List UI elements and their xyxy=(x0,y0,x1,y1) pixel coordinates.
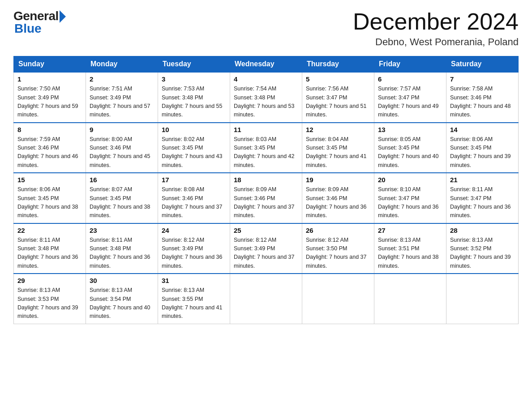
day-number: 7 xyxy=(450,75,515,83)
calendar-day-15: 15 Sunrise: 8:06 AMSunset: 3:45 PMDaylig… xyxy=(14,173,86,223)
day-header-wednesday: Wednesday xyxy=(230,56,302,73)
day-info: Sunrise: 7:50 AMSunset: 3:49 PMDaylight:… xyxy=(17,85,82,120)
day-number: 6 xyxy=(378,75,442,83)
calendar-day-18: 18 Sunrise: 8:09 AMSunset: 3:46 PMDaylig… xyxy=(230,173,302,223)
day-header-saturday: Saturday xyxy=(446,56,519,73)
day-number: 27 xyxy=(378,227,442,234)
day-number: 15 xyxy=(17,176,82,184)
day-number: 8 xyxy=(17,126,82,133)
calendar-day-25: 25 Sunrise: 8:12 AMSunset: 3:49 PMDaylig… xyxy=(230,223,302,274)
calendar-day-11: 11 Sunrise: 8:03 AMSunset: 3:45 PMDaylig… xyxy=(230,123,302,173)
calendar-day-7: 7 Sunrise: 7:58 AMSunset: 3:46 PMDayligh… xyxy=(446,72,519,123)
day-number: 10 xyxy=(162,126,226,133)
day-info: Sunrise: 8:13 AMSunset: 3:54 PMDaylight:… xyxy=(90,286,154,321)
day-info: Sunrise: 8:13 AMSunset: 3:55 PMDaylight:… xyxy=(162,286,226,321)
day-number: 19 xyxy=(306,176,370,184)
calendar-day-1: 1 Sunrise: 7:50 AMSunset: 3:49 PMDayligh… xyxy=(14,72,86,123)
calendar-day-13: 13 Sunrise: 8:05 AMSunset: 3:45 PMDaylig… xyxy=(374,123,446,173)
day-number: 18 xyxy=(234,176,298,184)
calendar-day-2: 2 Sunrise: 7:51 AMSunset: 3:49 PMDayligh… xyxy=(86,72,158,123)
day-number: 31 xyxy=(162,277,226,284)
day-info: Sunrise: 8:06 AMSunset: 3:45 PMDaylight:… xyxy=(17,185,82,220)
day-number: 1 xyxy=(17,75,82,83)
day-number: 14 xyxy=(450,126,515,133)
day-number: 4 xyxy=(234,75,298,83)
logo-blue-text: Blue xyxy=(13,21,42,36)
day-info: Sunrise: 7:57 AMSunset: 3:47 PMDaylight:… xyxy=(378,85,442,120)
day-info: Sunrise: 8:12 AMSunset: 3:49 PMDaylight:… xyxy=(162,236,226,271)
day-info: Sunrise: 8:09 AMSunset: 3:46 PMDaylight:… xyxy=(306,185,370,220)
empty-day xyxy=(374,274,446,324)
day-number: 26 xyxy=(306,227,370,234)
calendar-day-16: 16 Sunrise: 8:07 AMSunset: 3:45 PMDaylig… xyxy=(86,173,158,223)
day-info: Sunrise: 7:53 AMSunset: 3:48 PMDaylight:… xyxy=(162,85,226,120)
calendar-day-10: 10 Sunrise: 8:02 AMSunset: 3:45 PMDaylig… xyxy=(158,123,230,173)
day-info: Sunrise: 8:09 AMSunset: 3:46 PMDaylight:… xyxy=(234,185,298,220)
day-number: 12 xyxy=(306,126,370,133)
day-info: Sunrise: 8:08 AMSunset: 3:46 PMDaylight:… xyxy=(162,185,226,220)
logo: General Blue xyxy=(13,9,66,36)
day-info: Sunrise: 8:13 AMSunset: 3:51 PMDaylight:… xyxy=(378,236,442,271)
day-number: 11 xyxy=(234,126,298,133)
calendar-day-21: 21 Sunrise: 8:11 AMSunset: 3:47 PMDaylig… xyxy=(446,173,519,223)
calendar-day-29: 29 Sunrise: 8:13 AMSunset: 3:53 PMDaylig… xyxy=(14,274,86,324)
day-header-tuesday: Tuesday xyxy=(158,56,230,73)
calendar-day-17: 17 Sunrise: 8:08 AMSunset: 3:46 PMDaylig… xyxy=(158,173,230,223)
day-info: Sunrise: 8:11 AMSunset: 3:47 PMDaylight:… xyxy=(450,185,515,220)
day-number: 23 xyxy=(90,227,154,234)
calendar-header: SundayMondayTuesdayWednesdayThursdayFrid… xyxy=(14,56,519,73)
calendar-day-8: 8 Sunrise: 7:59 AMSunset: 3:46 PMDayligh… xyxy=(14,123,86,173)
calendar-body: 1 Sunrise: 7:50 AMSunset: 3:49 PMDayligh… xyxy=(14,72,519,324)
page-header: General Blue December 2024 Debno, West P… xyxy=(13,9,519,48)
calendar-day-6: 6 Sunrise: 7:57 AMSunset: 3:47 PMDayligh… xyxy=(374,72,446,123)
month-title: December 2024 xyxy=(353,9,519,34)
calendar-day-24: 24 Sunrise: 8:12 AMSunset: 3:49 PMDaylig… xyxy=(158,223,230,274)
day-info: Sunrise: 8:13 AMSunset: 3:53 PMDaylight:… xyxy=(17,286,82,321)
day-number: 3 xyxy=(162,75,226,83)
day-info: Sunrise: 8:10 AMSunset: 3:47 PMDaylight:… xyxy=(378,185,442,220)
day-number: 25 xyxy=(234,227,298,234)
day-number: 30 xyxy=(90,277,154,284)
empty-day xyxy=(230,274,302,324)
day-number: 29 xyxy=(17,277,82,284)
calendar-day-31: 31 Sunrise: 8:13 AMSunset: 3:55 PMDaylig… xyxy=(158,274,230,324)
logo-arrow-icon xyxy=(60,10,66,23)
calendar-day-9: 9 Sunrise: 8:00 AMSunset: 3:46 PMDayligh… xyxy=(86,123,158,173)
calendar-day-23: 23 Sunrise: 8:11 AMSunset: 3:48 PMDaylig… xyxy=(86,223,158,274)
day-number: 20 xyxy=(378,176,442,184)
calendar-day-4: 4 Sunrise: 7:54 AMSunset: 3:48 PMDayligh… xyxy=(230,72,302,123)
day-header-friday: Friday xyxy=(374,56,446,73)
calendar-day-22: 22 Sunrise: 8:11 AMSunset: 3:48 PMDaylig… xyxy=(14,223,86,274)
day-info: Sunrise: 8:04 AMSunset: 3:45 PMDaylight:… xyxy=(306,135,370,170)
day-number: 21 xyxy=(450,176,515,184)
day-header-monday: Monday xyxy=(86,56,158,73)
day-info: Sunrise: 8:13 AMSunset: 3:52 PMDaylight:… xyxy=(450,236,515,271)
day-number: 13 xyxy=(378,126,442,133)
day-number: 24 xyxy=(162,227,226,234)
day-number: 28 xyxy=(450,227,515,234)
day-info: Sunrise: 8:07 AMSunset: 3:45 PMDaylight:… xyxy=(90,185,154,220)
day-info: Sunrise: 8:03 AMSunset: 3:45 PMDaylight:… xyxy=(234,135,298,170)
day-info: Sunrise: 8:05 AMSunset: 3:45 PMDaylight:… xyxy=(378,135,442,170)
calendar-week-3: 15 Sunrise: 8:06 AMSunset: 3:45 PMDaylig… xyxy=(14,173,519,223)
day-info: Sunrise: 7:59 AMSunset: 3:46 PMDaylight:… xyxy=(17,135,82,170)
calendar-day-5: 5 Sunrise: 7:56 AMSunset: 3:47 PMDayligh… xyxy=(302,72,374,123)
calendar-day-30: 30 Sunrise: 8:13 AMSunset: 3:54 PMDaylig… xyxy=(86,274,158,324)
empty-day xyxy=(302,274,374,324)
day-info: Sunrise: 8:06 AMSunset: 3:45 PMDaylight:… xyxy=(450,135,515,170)
day-number: 22 xyxy=(17,227,82,234)
day-number: 17 xyxy=(162,176,226,184)
day-info: Sunrise: 8:12 AMSunset: 3:50 PMDaylight:… xyxy=(306,236,370,271)
calendar-week-1: 1 Sunrise: 7:50 AMSunset: 3:49 PMDayligh… xyxy=(14,72,519,123)
calendar-week-5: 29 Sunrise: 8:13 AMSunset: 3:53 PMDaylig… xyxy=(14,274,519,324)
calendar-week-4: 22 Sunrise: 8:11 AMSunset: 3:48 PMDaylig… xyxy=(14,223,519,274)
day-number: 2 xyxy=(90,75,154,83)
day-info: Sunrise: 8:12 AMSunset: 3:49 PMDaylight:… xyxy=(234,236,298,271)
day-header-thursday: Thursday xyxy=(302,56,374,73)
day-info: Sunrise: 7:51 AMSunset: 3:49 PMDaylight:… xyxy=(90,85,154,120)
calendar-week-2: 8 Sunrise: 7:59 AMSunset: 3:46 PMDayligh… xyxy=(14,123,519,173)
calendar-day-20: 20 Sunrise: 8:10 AMSunset: 3:47 PMDaylig… xyxy=(374,173,446,223)
day-header-sunday: Sunday xyxy=(14,56,86,73)
day-info: Sunrise: 7:58 AMSunset: 3:46 PMDaylight:… xyxy=(450,85,515,120)
day-number: 16 xyxy=(90,176,154,184)
